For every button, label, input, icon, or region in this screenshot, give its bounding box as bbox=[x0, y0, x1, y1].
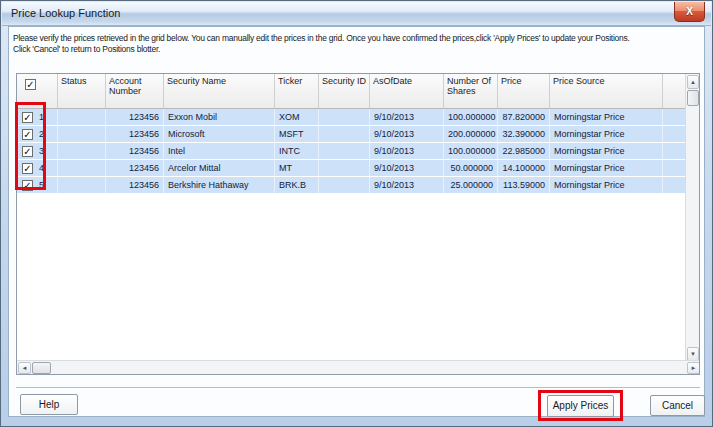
cell-price[interactable]: 22.985000 bbox=[498, 143, 550, 159]
close-icon[interactable]: X bbox=[674, 2, 705, 22]
cell-asofdate: 9/10/2013 bbox=[370, 177, 444, 193]
column-header-price-source[interactable]: Price Source bbox=[550, 74, 663, 108]
cell-security-id bbox=[319, 143, 370, 159]
cell-price[interactable]: 87.820000 bbox=[498, 109, 550, 125]
column-header-security-id[interactable]: Security ID bbox=[319, 74, 370, 108]
window-title: Price Lookup Function bbox=[11, 7, 120, 19]
dialog-client-area: Please verify the prices retrieved in th… bbox=[8, 26, 705, 417]
column-header-ticker[interactable]: Ticker bbox=[275, 74, 319, 108]
cell-account: 123456 bbox=[106, 126, 164, 142]
cell-security-id bbox=[319, 160, 370, 176]
vertical-scrollbar[interactable]: ▲ ▼ bbox=[685, 74, 699, 362]
column-header-price[interactable]: Price bbox=[498, 74, 550, 108]
cell-asofdate: 9/10/2013 bbox=[370, 160, 444, 176]
cell-filler bbox=[663, 143, 687, 159]
column-header-shares[interactable]: Number Of Shares bbox=[444, 74, 498, 108]
scroll-down-icon[interactable]: ▼ bbox=[687, 347, 699, 361]
grid-header-row: ✓ Status Account Number Security Name Ti… bbox=[17, 74, 687, 109]
cell-filler bbox=[663, 177, 687, 193]
cell-status bbox=[58, 160, 106, 176]
highlight-box-apply-button bbox=[538, 390, 623, 421]
cell-security-name: Berkshire Hathaway bbox=[164, 177, 275, 193]
cell-account: 123456 bbox=[106, 143, 164, 159]
instruction-line-2: Click 'Cancel' to return to Positions bl… bbox=[13, 44, 705, 55]
cancel-button[interactable]: Cancel bbox=[650, 395, 705, 416]
cell-price[interactable]: 113.59000 bbox=[498, 177, 550, 193]
cell-security-id bbox=[319, 126, 370, 142]
horizontal-scrollbar[interactable]: ◄ ► bbox=[17, 360, 700, 374]
cell-price[interactable]: 32.390000 bbox=[498, 126, 550, 142]
cell-status bbox=[58, 177, 106, 193]
cell-filler bbox=[663, 126, 687, 142]
cell-security-name: Exxon Mobil bbox=[164, 109, 275, 125]
cell-shares: 100.000000 bbox=[444, 109, 498, 125]
cell-account: 123456 bbox=[106, 109, 164, 125]
cell-security-id bbox=[319, 177, 370, 193]
cell-filler bbox=[663, 109, 687, 125]
cell-ticker: XOM bbox=[275, 109, 319, 125]
column-header-filler bbox=[663, 74, 687, 108]
cell-security-id bbox=[319, 109, 370, 125]
cell-account: 123456 bbox=[106, 177, 164, 193]
grid-row[interactable]: ✓ 5 123456 Berkshire Hathaway BRK.B 9/10… bbox=[17, 177, 687, 194]
cell-security-name: Arcelor Mittal bbox=[164, 160, 275, 176]
highlight-box-checkboxes bbox=[15, 102, 46, 190]
cell-account: 123456 bbox=[106, 160, 164, 176]
cell-ticker: INTC bbox=[275, 143, 319, 159]
price-lookup-dialog: Price Lookup Function X Please verify th… bbox=[0, 0, 713, 427]
cell-shares: 100.000000 bbox=[444, 143, 498, 159]
grid-row[interactable]: ✓ 3 123456 Intel INTC 9/10/2013 100.0000… bbox=[17, 143, 687, 160]
grid-row[interactable]: ✓ 2 123456 Microsoft MSFT 9/10/2013 200.… bbox=[17, 126, 687, 143]
horizontal-scroll-thumb[interactable] bbox=[32, 362, 51, 374]
cell-asofdate: 9/10/2013 bbox=[370, 126, 444, 142]
cell-shares: 25.000000 bbox=[444, 177, 498, 193]
title-bar[interactable]: Price Lookup Function X bbox=[2, 2, 711, 26]
column-header-security-name[interactable]: Security Name bbox=[164, 74, 275, 108]
help-button[interactable]: Help bbox=[20, 394, 78, 415]
grid-row[interactable]: ✓ 4 123456 Arcelor Mittal MT 9/10/2013 5… bbox=[17, 160, 687, 177]
scroll-up-icon[interactable]: ▲ bbox=[687, 75, 699, 89]
cell-security-name: Microsoft bbox=[164, 126, 275, 142]
column-header-status[interactable]: Status bbox=[58, 74, 106, 108]
cell-status bbox=[58, 126, 106, 142]
cell-ticker: BRK.B bbox=[275, 177, 319, 193]
cell-ticker: MT bbox=[275, 160, 319, 176]
price-grid: ✓ Status Account Number Security Name Ti… bbox=[16, 73, 700, 375]
footer-separator bbox=[16, 387, 700, 388]
scroll-right-icon[interactable]: ► bbox=[687, 362, 700, 374]
cell-price-source: Morningstar Price bbox=[550, 143, 663, 159]
cell-price[interactable]: 14.100000 bbox=[498, 160, 550, 176]
cell-asofdate: 9/10/2013 bbox=[370, 109, 444, 125]
cell-shares: 200.000000 bbox=[444, 126, 498, 142]
vertical-scroll-thumb[interactable] bbox=[687, 90, 699, 106]
cell-price-source: Morningstar Price bbox=[550, 177, 663, 193]
grid-body: ✓ 1 123456 Exxon Mobil XOM 9/10/2013 100… bbox=[17, 109, 687, 194]
column-header-asofdate[interactable]: AsOfDate bbox=[370, 74, 444, 108]
cell-price-source: Morningstar Price bbox=[550, 160, 663, 176]
cell-asofdate: 9/10/2013 bbox=[370, 143, 444, 159]
cell-price-source: Morningstar Price bbox=[550, 126, 663, 142]
instruction-line-1: Please verify the prices retrieved in th… bbox=[13, 33, 705, 44]
cell-security-name: Intel bbox=[164, 143, 275, 159]
cell-price-source: Morningstar Price bbox=[550, 109, 663, 125]
select-all-checkbox[interactable]: ✓ bbox=[25, 79, 36, 90]
cell-status bbox=[58, 143, 106, 159]
cell-ticker: MSFT bbox=[275, 126, 319, 142]
cell-status bbox=[58, 109, 106, 125]
column-header-account[interactable]: Account Number bbox=[106, 74, 164, 108]
cell-filler bbox=[663, 160, 687, 176]
cell-shares: 50.000000 bbox=[444, 160, 498, 176]
grid-row[interactable]: ✓ 1 123456 Exxon Mobil XOM 9/10/2013 100… bbox=[17, 109, 687, 126]
instruction-text: Please verify the prices retrieved in th… bbox=[13, 33, 705, 55]
scroll-left-icon[interactable]: ◄ bbox=[18, 362, 31, 374]
